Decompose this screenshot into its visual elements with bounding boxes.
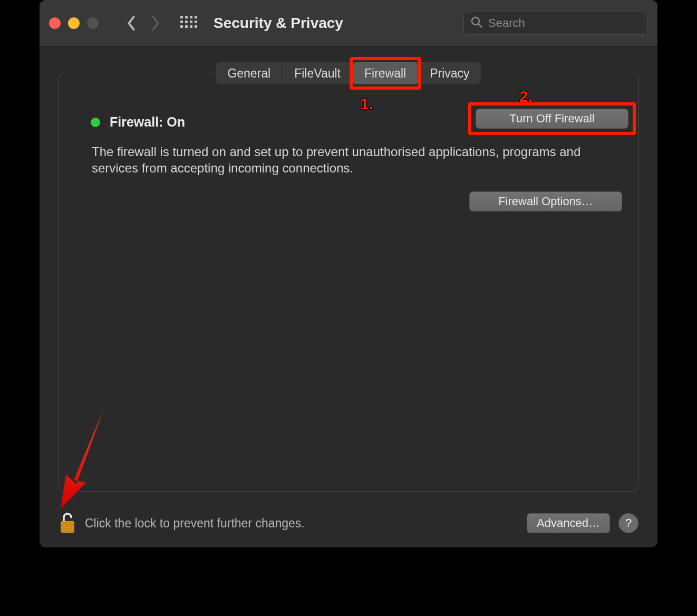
svg-rect-4: [180, 21, 183, 23]
nav-arrows: [121, 13, 166, 34]
svg-rect-2: [190, 16, 192, 18]
svg-rect-15: [61, 522, 74, 523]
svg-line-13: [478, 24, 482, 27]
svg-rect-3: [195, 16, 197, 18]
svg-rect-0: [180, 16, 183, 18]
minimize-window-button[interactable]: [68, 17, 80, 29]
lock-icon[interactable]: [59, 511, 76, 536]
svg-rect-16: [61, 524, 74, 525]
show-all-icon[interactable]: [180, 15, 198, 31]
search-icon: [470, 16, 483, 31]
svg-rect-10: [190, 25, 192, 28]
svg-rect-7: [195, 21, 197, 23]
svg-rect-8: [180, 25, 183, 28]
tab-firewall-label: Firewall: [364, 66, 406, 81]
content-pane: General FileVault Firewall Privacy Firew…: [59, 73, 638, 492]
turn-off-firewall-button[interactable]: Turn Off Firewall: [476, 109, 628, 129]
firewall-description: The firewall is turned on and set up to …: [92, 143, 606, 176]
tab-general[interactable]: General: [216, 62, 283, 84]
advanced-button[interactable]: Advanced…: [527, 513, 610, 533]
svg-rect-6: [190, 21, 192, 23]
forward-button: [145, 13, 166, 34]
help-button[interactable]: ?: [618, 513, 638, 533]
close-window-button[interactable]: [49, 17, 61, 29]
svg-rect-9: [185, 25, 188, 28]
firewall-status-label: Firewall: On: [110, 114, 185, 130]
svg-rect-11: [195, 25, 197, 28]
status-indicator-icon: [91, 118, 100, 127]
svg-rect-17: [61, 526, 74, 527]
window-controls: [49, 17, 99, 29]
zoom-window-button: [87, 17, 99, 29]
back-button[interactable]: [121, 13, 142, 34]
tab-privacy[interactable]: Privacy: [418, 62, 481, 84]
search-field[interactable]: [463, 12, 648, 35]
search-input[interactable]: [488, 16, 641, 30]
preferences-window: Security & Privacy General FileVault Fir…: [40, 0, 657, 547]
svg-rect-19: [61, 531, 74, 532]
footer: Click the lock to prevent further change…: [59, 511, 638, 536]
svg-rect-1: [185, 16, 188, 18]
tab-filevault[interactable]: FileVault: [283, 62, 353, 84]
annotation-highlight-button: Turn Off Firewall: [468, 102, 636, 135]
toolbar: Security & Privacy: [40, 0, 657, 46]
svg-rect-18: [61, 528, 74, 530]
window-title: Security & Privacy: [214, 15, 343, 32]
tab-bar: General FileVault Firewall Privacy: [216, 62, 481, 84]
firewall-options-button[interactable]: Firewall Options…: [469, 191, 622, 211]
svg-rect-5: [185, 21, 188, 23]
tab-firewall[interactable]: Firewall: [353, 62, 418, 84]
lock-hint-text: Click the lock to prevent further change…: [85, 516, 518, 531]
